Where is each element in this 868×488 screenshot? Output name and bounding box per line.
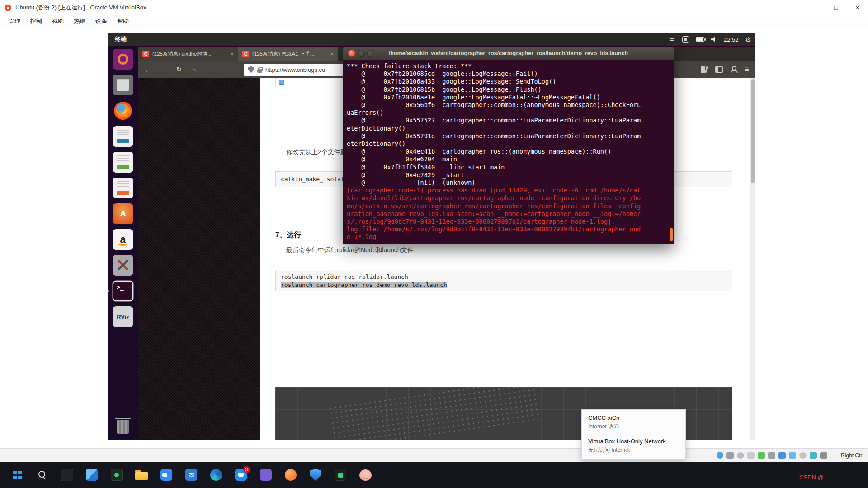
trash-item[interactable]	[108, 420, 137, 434]
vm-status-icon[interactable]	[789, 452, 796, 459]
dock-item[interactable]	[113, 100, 133, 121]
vm-display: C (125条消息) ajxdhe的博... × C (125条消息) 思岚A1…	[108, 33, 755, 440]
network-entry[interactable]: VirtualBox Host-Only Network 无法访问 Intern…	[588, 438, 685, 454]
input-method-icon[interactable]	[682, 36, 689, 43]
taskbar-app[interactable]	[307, 466, 325, 484]
taskbar-app[interactable]	[8, 466, 26, 484]
terminal-line: @ 0x556bf6 cartographer::common::(anonym…	[347, 101, 670, 109]
minimize-icon[interactable]	[358, 50, 365, 57]
minimize-button[interactable]: −	[804, 0, 826, 15]
terminal-line: @ 0x7fb20106815b google::LogMessage::Flu…	[347, 86, 670, 94]
vm-status-icons	[717, 452, 827, 459]
dock-item[interactable]: A	[113, 203, 133, 224]
dock-item[interactable]: >_	[113, 281, 133, 301]
dock-item-glyph	[113, 100, 133, 121]
menu-item[interactable]: 热键	[69, 15, 90, 27]
terminal-line: eterDictionary()	[347, 140, 670, 148]
sidebar-icon[interactable]	[715, 66, 723, 73]
taskbar-app[interactable]	[282, 466, 300, 484]
taskbar-app[interactable]	[157, 466, 175, 484]
reload-button[interactable]: ↻	[173, 64, 185, 75]
dock-item-glyph	[113, 255, 133, 276]
vm-status-icon[interactable]	[799, 452, 807, 459]
menu-item[interactable]: 控制	[25, 15, 47, 27]
taskbar-app[interactable]	[132, 466, 151, 484]
browser-tab[interactable]: C (125条消息) ajxdhe的博... ×	[138, 47, 238, 61]
terminal-scrollbar-thumb[interactable]	[670, 228, 673, 241]
scrollbar-thumb[interactable]	[751, 79, 755, 183]
terminal-titlebar[interactable]: /home/s/catkin_ws/src/cartographer_ros/c…	[343, 47, 674, 60]
terminal-window-buttons	[348, 50, 374, 57]
maximize-icon[interactable]	[367, 50, 374, 57]
taskbar-app[interactable]	[33, 466, 51, 484]
dock-item-glyph	[113, 126, 133, 147]
vm-status-icon[interactable]	[726, 452, 734, 459]
dock-item[interactable]	[113, 49, 133, 70]
terminal-title: /home/s/catkin_ws/src/cartographer_ros/c…	[389, 50, 628, 56]
vm-status-icon[interactable]	[717, 452, 723, 459]
tab-title: (125条消息) ajxdhe的博...	[152, 51, 227, 57]
menu-item[interactable]: 帮助	[112, 15, 134, 27]
forward-button[interactable]: →	[158, 64, 170, 75]
battery-icon[interactable]	[696, 37, 704, 42]
notification-badge: 3	[243, 466, 250, 473]
dock-item[interactable]	[113, 255, 133, 276]
taskbar-apps: ✉ 3	[8, 466, 374, 484]
dock-item[interactable]	[113, 178, 133, 198]
browser-tab[interactable]: C (125条消息) 思岚A1 上手... ×	[238, 47, 338, 61]
volume-icon[interactable]	[711, 37, 717, 42]
taskbar-app[interactable]	[108, 466, 126, 484]
taskbar-app[interactable]: ✉	[182, 466, 200, 484]
dock-item[interactable]	[113, 75, 133, 95]
tab-close-icon[interactable]: ×	[230, 51, 234, 57]
taskbar-app[interactable]	[58, 466, 76, 484]
taskbar-app[interactable]	[356, 466, 374, 484]
page-scrollbar[interactable]	[750, 78, 755, 440]
hamburger-menu-icon[interactable]: ≡	[745, 66, 749, 73]
terminal-line: uration_basename revo_lds.lua scan:=scan…	[347, 210, 670, 218]
home-button[interactable]: ⌂	[189, 64, 200, 75]
tab-close-icon[interactable]: ×	[330, 51, 334, 57]
vm-status-icon[interactable]	[768, 452, 775, 459]
library-icon[interactable]	[701, 66, 708, 73]
vm-status-icon[interactable]	[747, 452, 755, 459]
panel-clock[interactable]: 22:52	[724, 36, 739, 43]
taskbar-app[interactable]: 3	[232, 466, 250, 484]
dock-item[interactable]: a	[113, 229, 133, 250]
window-controls: − □ ×	[804, 0, 868, 15]
network-entry[interactable]: CMCC-xiCn Internet 访问	[588, 414, 685, 431]
page-paragraph: 修改完以上2个文件重	[286, 148, 347, 156]
taskbar-app[interactable]	[257, 466, 275, 484]
dock-item[interactable]	[113, 126, 133, 147]
menu-item[interactable]: 视图	[47, 15, 69, 27]
vm-status-icon[interactable]	[820, 452, 827, 459]
calendar-icon[interactable]	[669, 37, 675, 42]
panel-app-title: 终端	[115, 35, 127, 43]
taskbar-app[interactable]	[83, 466, 101, 484]
vm-status-icon[interactable]	[778, 452, 786, 459]
terminal-output[interactable]: *** Check failure stack trace: *** @ 0x7…	[343, 60, 674, 244]
network-name: CMCC-xiCn	[588, 414, 685, 421]
maximize-button[interactable]: □	[826, 0, 847, 15]
menu-item[interactable]: 设备	[90, 15, 112, 27]
taskbar-app-glyph: ✉	[182, 466, 200, 484]
network-status: Internet 访问	[588, 423, 685, 431]
vm-status-icon[interactable]	[810, 452, 817, 459]
csdn-favicon-icon: C	[142, 51, 149, 57]
dock-item[interactable]: RViz	[113, 306, 133, 327]
vm-status-icon[interactable]	[758, 452, 765, 459]
close-button[interactable]: ×	[847, 0, 868, 15]
vm-status-icon[interactable]	[737, 452, 744, 459]
account-icon[interactable]	[730, 66, 737, 73]
back-button[interactable]: ←	[142, 64, 154, 75]
dock-item[interactable]	[113, 152, 133, 173]
session-gear-icon[interactable]: ⚙	[745, 36, 751, 43]
launcher-dock: A a >_ RViz	[108, 46, 137, 440]
menu-item[interactable]: 管理	[4, 15, 25, 27]
taskbar-app[interactable]	[331, 466, 349, 484]
terminal-line: @ 0x4e6704 main	[347, 155, 670, 163]
taskbar-app[interactable]	[207, 466, 225, 484]
image-placeholder-icon	[279, 80, 284, 85]
close-icon[interactable]	[348, 50, 355, 57]
terminal-line: @ 0x4e7829 _start	[347, 171, 670, 179]
